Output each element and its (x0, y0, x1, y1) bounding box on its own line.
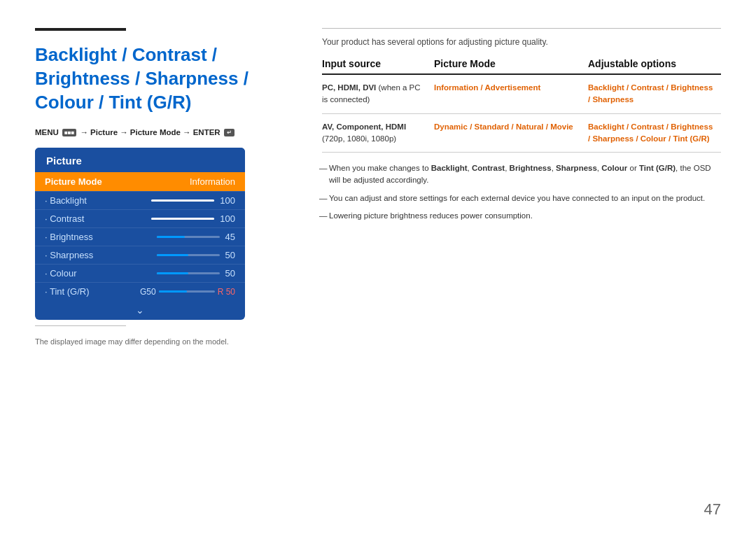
note-3: Lowering picture brightness reduces powe… (322, 210, 721, 222)
table-row-1: PC, HDMI, DVI (when a PC is connected) I… (322, 75, 721, 114)
osd-selected-item[interactable]: Picture Mode Information (35, 172, 245, 191)
backlight-fill (151, 199, 214, 202)
sharpness-label: · Sharpness (45, 250, 93, 260)
osd-selected-value: Information (190, 176, 235, 187)
disclaimer-text: The displayed image may differ depending… (35, 337, 287, 346)
osd-header: Picture (35, 148, 245, 172)
osd-item-tint[interactable]: · Tint (G/R) G50 R 50 (35, 282, 245, 300)
row2-mode: Dynamic / Standard / Natural / Movie (434, 121, 588, 133)
note-2: You can adjust and store settings for ea… (322, 192, 721, 204)
tint-fill (159, 290, 187, 293)
header-source: Input source (322, 58, 434, 69)
osd-box: Picture Picture Mode Information · Backl… (35, 148, 245, 320)
osd-item-colour[interactable]: · Colour 50 (35, 264, 245, 282)
intro-text: Your product has several options for adj… (322, 37, 721, 47)
right-column: Your product has several options for adj… (308, 28, 721, 513)
sharpness-value: 50 (225, 250, 235, 260)
menu-path: MENU ■■■ → Picture → Picture Mode → ENTE… (35, 128, 287, 136)
sharpness-fill (157, 254, 188, 256)
osd-item-contrast[interactable]: · Contrast 100 (35, 209, 245, 227)
bottom-rule (35, 325, 126, 326)
colour-label: · Colour (45, 268, 77, 279)
table-header: Input source Picture Mode Adjustable opt… (322, 58, 721, 75)
page-title: Backlight / Contrast / Brightness / Shar… (35, 43, 287, 114)
chevron-down: ⌄ (35, 300, 245, 320)
colour-slider-container (77, 272, 220, 274)
top-bar-decoration (35, 28, 126, 31)
header-mode: Picture Mode (434, 58, 588, 69)
row1-mode: Information / Advertisement (434, 82, 588, 94)
osd-item-sharpness[interactable]: · Sharpness 50 (35, 246, 245, 264)
osd-item-brightness[interactable]: · Brightness 45 (35, 227, 245, 246)
contrast-label: · Contrast (45, 213, 84, 224)
tint-label: · Tint (G/R) (45, 286, 90, 297)
header-options: Adjustable options (588, 58, 721, 69)
tint-track (159, 290, 215, 293)
page-number: 47 (704, 500, 721, 519)
note-1: When you make changes to Backlight, Cont… (322, 162, 721, 187)
backlight-track (151, 199, 214, 202)
colour-value: 50 (225, 268, 235, 279)
brightness-fill (157, 236, 186, 238)
backlight-label: · Backlight (45, 195, 87, 206)
notes-section: When you make changes to Backlight, Cont… (322, 162, 721, 222)
tint-r-label: R 50 (218, 287, 235, 297)
osd-selected-label: Picture Mode (45, 176, 102, 187)
backlight-slider-container (87, 199, 214, 202)
contrast-slider-container (84, 218, 214, 220)
colour-track (157, 272, 220, 274)
menu-icon: ■■■ (62, 129, 77, 136)
left-column: Backlight / Contrast / Brightness / Shar… (35, 28, 308, 513)
backlight-value: 100 (220, 195, 235, 206)
sharpness-slider-container (93, 254, 219, 256)
row2-options: Backlight / Contrast / Brightness / Shar… (588, 121, 721, 146)
osd-item-backlight[interactable]: · Backlight 100 (35, 191, 245, 209)
brightness-label: · Brightness (45, 232, 93, 242)
table-row-2: AV, Component, HDMI (720p, 1080i, 1080p)… (322, 114, 721, 153)
brightness-track (157, 236, 220, 238)
brightness-slider-container (93, 236, 220, 238)
sharpness-track (157, 254, 220, 256)
contrast-fill (151, 218, 214, 220)
enter-icon: ↵ (224, 129, 234, 136)
colour-fill (157, 272, 188, 274)
tint-g-label: G50 (140, 287, 156, 297)
row2-source: AV, Component, HDMI (720p, 1080i, 1080p) (322, 121, 434, 146)
right-top-bar (322, 28, 721, 29)
contrast-value: 100 (220, 213, 235, 224)
tint-slider-row: G50 R 50 (140, 287, 235, 297)
brightness-value: 45 (225, 232, 235, 242)
contrast-track (151, 218, 214, 220)
row1-source: PC, HDMI, DVI (when a PC is connected) (322, 82, 434, 106)
row1-options: Backlight / Contrast / Brightness / Shar… (588, 82, 721, 106)
